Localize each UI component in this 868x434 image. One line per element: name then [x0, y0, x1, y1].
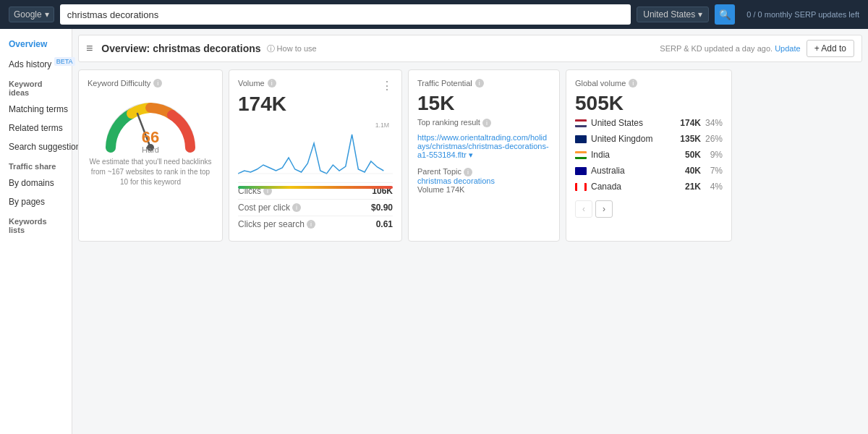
sidebar-item-overview[interactable]: Overview — [0, 35, 72, 54]
sidebar-item-by-domains[interactable]: By domains — [0, 174, 72, 192]
cps-label: Clicks per search i — [238, 219, 315, 229]
volume-menu-icon[interactable]: ⋮ — [381, 79, 393, 93]
page-title: Overview: christmas decorations — [101, 43, 260, 54]
country-dropdown-icon: ▾ — [698, 9, 702, 20]
country-name-label: Australia — [591, 166, 625, 176]
sidebar-item-search-suggestions[interactable]: Search suggestions — [0, 137, 72, 156]
cpc-label: Cost per click i — [238, 203, 301, 213]
volume-info-icon[interactable]: i — [268, 79, 276, 88]
kd-info-icon[interactable]: i — [153, 79, 162, 88]
country-volume: 40K — [675, 166, 701, 176]
next-arrow[interactable]: › — [595, 200, 613, 218]
parent-topic-value[interactable]: christmas decorations — [417, 176, 550, 185]
cpc-info-icon[interactable]: i — [292, 203, 301, 212]
top-ranking-url[interactable]: https://www.orientaltrading.com/holidays… — [417, 133, 550, 160]
engine-label: Google — [14, 9, 42, 20]
country-pct: 34% — [701, 118, 723, 128]
prev-arrow[interactable]: ‹ — [575, 200, 592, 218]
kd-card: Keyword Difficulty i — [78, 69, 223, 242]
country-flag-us — [575, 119, 587, 127]
country-flag-ca — [575, 183, 587, 191]
tp-value: 15K — [417, 92, 550, 115]
url-dropdown-icon: ▾ — [469, 150, 473, 159]
volume-card: Volume i ⋮ 174K 1.1M — [229, 69, 402, 242]
content-header: ≡ Overview: christmas decorations ⓘ How … — [78, 35, 862, 62]
country-row: Canada 21K 4% — [575, 179, 723, 195]
tp-card: Traffic Potential i 15K Top ranking resu… — [408, 69, 560, 242]
country-name-label: India — [591, 150, 610, 160]
country-row: United States 174K 34% — [575, 115, 723, 131]
country-label: United States — [643, 9, 695, 20]
search-input[interactable] — [60, 4, 631, 25]
volume-chart: 1.1M — [238, 122, 393, 179]
country-row: India 50K 9% — [575, 147, 723, 163]
country-row: Australia 40K 7% — [575, 163, 723, 179]
cpc-value: $0.90 — [371, 203, 393, 213]
country-name-label: Canada — [591, 182, 621, 192]
country-name-label: United Kingdom — [591, 134, 652, 144]
overview-label: Overview — [9, 39, 47, 49]
sidebar-item-related-terms[interactable]: Related terms — [0, 119, 72, 137]
top-bar: Google ▾ United States ▾ 🔍 0 / 0 monthly… — [0, 0, 868, 29]
cps-value: 0.61 — [376, 219, 393, 229]
serp-info: 0 / 0 monthly SERP updates left — [746, 10, 859, 19]
gv-value: 505K — [575, 92, 723, 115]
country-flag-uk — [575, 135, 587, 143]
country-selector[interactable]: United States ▾ — [637, 7, 709, 22]
country-volume: 21K — [675, 182, 701, 192]
gv-info-icon[interactable]: i — [629, 79, 637, 88]
sidebar-section-keywords-lists: Keywords lists — [0, 211, 72, 237]
info-circle-icon: ⓘ — [267, 44, 275, 53]
sidebar-item-by-pages[interactable]: By pages — [0, 192, 72, 211]
engine-dropdown-icon: ▾ — [45, 9, 49, 20]
hamburger-icon[interactable]: ≡ — [86, 42, 93, 55]
parent-topic-info-icon[interactable]: i — [464, 168, 472, 176]
how-to-link[interactable]: ⓘ How to use — [267, 43, 317, 54]
country-pct: 7% — [701, 166, 723, 176]
sidebar: Overview Ads history BETA Keyword ideas … — [0, 29, 72, 434]
top-ranking-label: Top ranking result — [417, 118, 480, 127]
search-icon: 🔍 — [719, 9, 731, 20]
country-pct: 26% — [701, 134, 723, 144]
engine-selector[interactable]: Google ▾ — [9, 7, 54, 22]
volume-title: Volume — [238, 79, 265, 88]
top-ranking-info-icon[interactable]: i — [482, 119, 491, 127]
country-pct: 4% — [701, 182, 723, 192]
country-row: United Kingdom 135K 26% — [575, 131, 723, 147]
cps-info-icon[interactable]: i — [307, 220, 315, 229]
serp-update-info: SERP & KD updated a day ago. Update — [660, 44, 800, 53]
country-volume: 135K — [675, 134, 701, 144]
update-link[interactable]: Update — [775, 44, 800, 53]
country-flag-au — [575, 167, 587, 175]
content-area: ≡ Overview: christmas decorations ⓘ How … — [72, 29, 868, 434]
sidebar-item-ads-history[interactable]: Ads history BETA — [0, 54, 72, 74]
country-flag-in — [575, 151, 587, 159]
gauge-chart: 66 Hard — [100, 93, 201, 151]
gv-title: Global volume — [575, 79, 626, 88]
sidebar-section-keyword-ideas: Keyword ideas — [0, 74, 72, 100]
tp-info-icon[interactable]: i — [475, 79, 484, 88]
gv-card: Global volume i 505K United States 174K … — [566, 69, 732, 242]
kd-title: Keyword Difficulty — [88, 79, 150, 88]
country-name-label: United States — [591, 118, 643, 128]
search-button[interactable]: 🔍 — [715, 4, 735, 25]
add-to-button[interactable]: + Add to — [807, 40, 854, 57]
sidebar-item-matching-terms[interactable]: Matching terms — [0, 100, 72, 119]
tp-title: Traffic Potential — [417, 79, 472, 88]
kd-estimate: We estimate that you'll need backlinks f… — [88, 157, 213, 187]
svg-text:Hard: Hard — [142, 145, 159, 154]
svg-text:66: 66 — [142, 128, 159, 146]
ads-history-label: Ads history — [9, 59, 51, 69]
parent-topic-label: Parent Topic — [417, 167, 461, 176]
country-pct: 9% — [701, 150, 723, 160]
volume-value: 174K — [238, 93, 393, 116]
country-volume: 50K — [675, 150, 701, 160]
svg-text:1.1M: 1.1M — [375, 122, 389, 129]
country-volume: 174K — [675, 118, 701, 128]
country-list: United States 174K 34% United Kingdom 13… — [575, 115, 723, 195]
parent-volume: Volume 174K — [417, 185, 550, 194]
sidebar-section-traffic-share: Traffic share — [0, 156, 72, 174]
